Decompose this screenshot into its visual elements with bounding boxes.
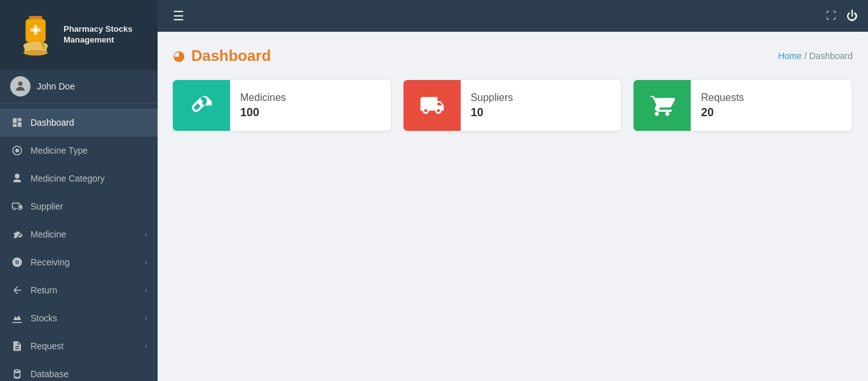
medicines-card: Medicines 100: [173, 80, 391, 131]
stocks-icon: [10, 311, 24, 325]
chevron-right-icon: ‹: [145, 342, 147, 351]
sidebar-item-label: Medicine: [31, 229, 66, 239]
requests-card-icon-box: [634, 80, 691, 131]
user-section: John Doe: [0, 70, 158, 104]
topbar-right: ⛶ ⏻: [826, 10, 858, 23]
sidebar: Pharmacy Stocks Management John Doe Dash…: [0, 0, 158, 381]
medicine-category-icon: [10, 171, 24, 185]
database-icon: [10, 367, 24, 381]
requests-card-info: Requests 20: [691, 84, 754, 127]
sidebar-item-label: Receiving: [31, 257, 69, 267]
page-header: ◕ Dashboard Home / Dashboard: [173, 47, 853, 65]
sidebar-item-medicine-type[interactable]: Medicine Type: [0, 137, 158, 164]
page-content: ◕ Dashboard Home / Dashboard Medicines: [158, 32, 868, 381]
suppliers-card-info: Suppliers 10: [461, 84, 524, 127]
medicine-icon: [10, 227, 24, 241]
medicines-card-info: Medicines 100: [230, 84, 296, 127]
suppliers-label: Suppliers: [471, 92, 513, 104]
breadcrumb-home[interactable]: Home: [778, 51, 801, 61]
sidebar-item-stocks[interactable]: Stocks ‹: [0, 304, 158, 332]
avatar: [10, 76, 31, 97]
stats-cards: Medicines 100 Suppliers 10: [173, 80, 853, 131]
requests-value: 20: [701, 106, 744, 119]
dashboard-icon: [10, 116, 24, 130]
return-icon: [10, 283, 24, 297]
sidebar-item-return[interactable]: Return ‹: [0, 276, 158, 304]
chevron-right-icon: ‹: [145, 314, 147, 323]
medicine-type-icon: [10, 144, 24, 157]
dashboard-title-icon: ◕: [173, 48, 185, 64]
svg-rect-7: [31, 28, 41, 31]
chevron-right-icon: ‹: [145, 258, 147, 267]
suppliers-card-icon-box: [403, 80, 461, 131]
receiving-icon: [10, 255, 24, 269]
svg-point-8: [18, 82, 23, 86]
suppliers-value: 10: [471, 106, 513, 119]
sidebar-item-medicine[interactable]: Medicine ‹: [0, 220, 158, 248]
topbar: ☰ ⛶ ⏻: [158, 0, 868, 32]
menu-toggle-button[interactable]: ☰: [168, 6, 189, 26]
medicines-value: 100: [240, 106, 286, 119]
sidebar-item-supplier[interactable]: Supplier: [0, 192, 158, 220]
topbar-left: ☰: [168, 6, 189, 26]
sidebar-item-receiving[interactable]: Receiving ‹: [0, 248, 158, 276]
request-icon: [10, 339, 24, 353]
truck-icon: [419, 93, 445, 118]
pills-icon: [189, 93, 214, 118]
supplier-icon: [10, 199, 24, 213]
app-logo: [10, 8, 61, 62]
sidebar-item-label: Database: [31, 369, 69, 379]
requests-label: Requests: [701, 92, 744, 104]
sidebar-item-label: Medicine Category: [31, 173, 105, 184]
sidebar-item-label: Supplier: [31, 201, 63, 211]
breadcrumb-current: Dashboard: [810, 51, 853, 61]
svg-point-9: [15, 149, 19, 152]
requests-card: Requests 20: [634, 80, 851, 131]
sidebar-item-label: Stocks: [31, 313, 57, 323]
chevron-right-icon: ‹: [145, 230, 147, 239]
power-icon[interactable]: ⏻: [846, 10, 858, 23]
sidebar-item-request[interactable]: Request ‹: [0, 332, 158, 360]
page-title-wrapper: ◕ Dashboard: [173, 47, 271, 65]
medicines-card-icon-box: [173, 80, 230, 131]
sidebar-item-label: Return: [31, 285, 57, 295]
sidebar-item-label: Request: [31, 341, 64, 351]
sidebar-item-database[interactable]: Database: [0, 360, 158, 381]
cart-icon: [649, 93, 675, 118]
sidebar-item-label: Medicine Type: [31, 145, 88, 156]
user-name: John Doe: [37, 81, 75, 91]
nav-menu: Dashboard Medicine Type Medicine Categor…: [0, 104, 158, 381]
sidebar-header: Pharmacy Stocks Management: [0, 0, 158, 70]
breadcrumb-separator: /: [804, 51, 810, 61]
sidebar-item-dashboard[interactable]: Dashboard: [0, 109, 158, 137]
svg-rect-0: [29, 16, 43, 18]
app-title: Pharmacy Stocks Management: [64, 24, 132, 46]
breadcrumb: Home / Dashboard: [778, 51, 853, 61]
page-title: Dashboard: [191, 47, 271, 65]
sidebar-item-label: Dashboard: [31, 117, 74, 128]
main-content: ☰ ⛶ ⏻ ◕ Dashboard Home / Dashboard: [158, 0, 868, 381]
suppliers-card: Suppliers 10: [403, 80, 621, 131]
sidebar-item-medicine-category[interactable]: Medicine Category: [0, 164, 158, 192]
medicines-label: Medicines: [240, 92, 286, 104]
chevron-right-icon: ‹: [145, 286, 147, 295]
svg-point-4: [24, 50, 48, 55]
fullscreen-icon[interactable]: ⛶: [826, 10, 836, 22]
